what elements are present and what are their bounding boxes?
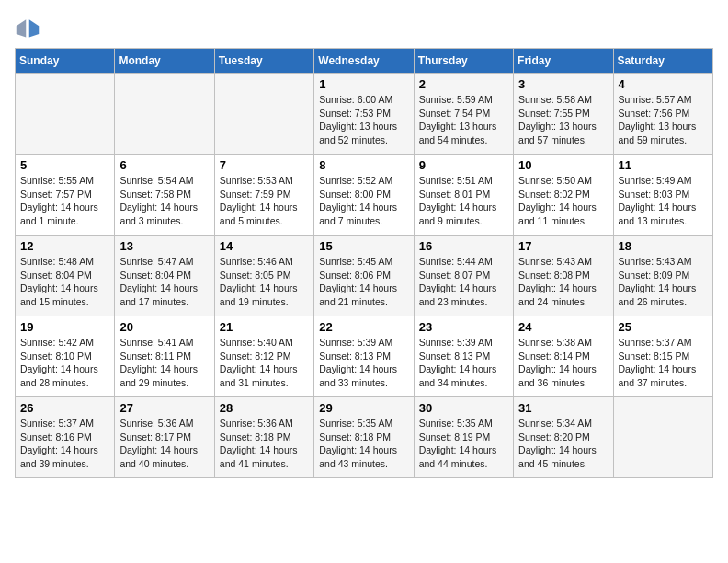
page-header xyxy=(15,15,713,40)
day-info: Sunrise: 5:50 AMSunset: 8:02 PMDaylight:… xyxy=(518,174,608,228)
day-info: Sunrise: 5:43 AMSunset: 8:09 PMDaylight:… xyxy=(619,255,708,309)
col-header-friday: Friday xyxy=(514,49,613,74)
day-number: 2 xyxy=(419,77,508,91)
day-number: 7 xyxy=(220,158,309,172)
day-cell: 21Sunrise: 5:40 AMSunset: 8:12 PMDayligh… xyxy=(214,316,313,397)
col-header-wednesday: Wednesday xyxy=(314,49,414,74)
day-cell: 4Sunrise: 5:57 AMSunset: 7:56 PMDaylight… xyxy=(613,74,712,155)
day-cell xyxy=(16,74,115,155)
day-info: Sunrise: 5:54 AMSunset: 7:58 PMDaylight:… xyxy=(119,174,209,228)
day-info: Sunrise: 5:44 AMSunset: 8:07 PMDaylight:… xyxy=(419,255,508,309)
header-row: SundayMondayTuesdayWednesdayThursdayFrid… xyxy=(16,49,713,74)
day-cell: 7Sunrise: 5:53 AMSunset: 7:59 PMDaylight… xyxy=(214,155,313,236)
day-info: Sunrise: 5:38 AMSunset: 8:14 PMDaylight:… xyxy=(518,336,608,390)
day-info: Sunrise: 5:59 AMSunset: 7:54 PMDaylight:… xyxy=(419,93,508,147)
day-number: 31 xyxy=(518,401,608,415)
day-cell: 30Sunrise: 5:35 AMSunset: 8:19 PMDayligh… xyxy=(414,397,513,478)
day-info: Sunrise: 5:45 AMSunset: 8:06 PMDaylight:… xyxy=(319,255,408,309)
day-number: 9 xyxy=(419,158,508,172)
day-cell: 20Sunrise: 5:41 AMSunset: 8:11 PMDayligh… xyxy=(115,316,214,397)
day-info: Sunrise: 5:42 AMSunset: 8:10 PMDaylight:… xyxy=(20,336,109,390)
day-info: Sunrise: 5:35 AMSunset: 8:18 PMDaylight:… xyxy=(319,417,408,471)
day-number: 25 xyxy=(619,320,708,334)
col-header-thursday: Thursday xyxy=(414,49,513,74)
day-number: 17 xyxy=(518,239,608,253)
logo-icon xyxy=(15,15,40,40)
day-cell: 29Sunrise: 5:35 AMSunset: 8:18 PMDayligh… xyxy=(314,397,414,478)
day-number: 15 xyxy=(319,239,408,253)
day-cell: 15Sunrise: 5:45 AMSunset: 8:06 PMDayligh… xyxy=(314,236,414,316)
week-row-5: 26Sunrise: 5:37 AMSunset: 8:16 PMDayligh… xyxy=(16,397,713,478)
day-info: Sunrise: 5:39 AMSunset: 8:13 PMDaylight:… xyxy=(419,336,508,390)
day-number: 4 xyxy=(619,77,708,91)
col-header-saturday: Saturday xyxy=(613,49,712,74)
day-number: 8 xyxy=(319,158,408,172)
day-number: 10 xyxy=(518,158,608,172)
day-info: Sunrise: 5:49 AMSunset: 8:03 PMDaylight:… xyxy=(619,174,708,228)
day-cell: 11Sunrise: 5:49 AMSunset: 8:03 PMDayligh… xyxy=(613,155,712,236)
day-cell: 1Sunrise: 6:00 AMSunset: 7:53 PMDaylight… xyxy=(314,74,414,155)
day-number: 22 xyxy=(319,320,408,334)
week-row-4: 19Sunrise: 5:42 AMSunset: 8:10 PMDayligh… xyxy=(16,316,713,397)
day-cell: 31Sunrise: 5:34 AMSunset: 8:20 PMDayligh… xyxy=(514,397,613,478)
day-info: Sunrise: 5:55 AMSunset: 7:57 PMDaylight:… xyxy=(20,174,109,228)
day-cell: 3Sunrise: 5:58 AMSunset: 7:55 PMDaylight… xyxy=(514,74,613,155)
day-info: Sunrise: 5:37 AMSunset: 8:15 PMDaylight:… xyxy=(619,336,708,390)
day-info: Sunrise: 5:39 AMSunset: 8:13 PMDaylight:… xyxy=(319,336,408,390)
calendar-table: SundayMondayTuesdayWednesdayThursdayFrid… xyxy=(15,48,713,478)
day-info: Sunrise: 5:46 AMSunset: 8:05 PMDaylight:… xyxy=(220,255,309,309)
day-number: 16 xyxy=(419,239,508,253)
day-number: 14 xyxy=(220,239,309,253)
day-info: Sunrise: 5:57 AMSunset: 7:56 PMDaylight:… xyxy=(619,93,708,147)
day-info: Sunrise: 5:36 AMSunset: 8:18 PMDaylight:… xyxy=(220,417,309,471)
day-cell: 19Sunrise: 5:42 AMSunset: 8:10 PMDayligh… xyxy=(16,316,115,397)
logo xyxy=(15,15,44,40)
day-number: 21 xyxy=(220,320,309,334)
day-info: Sunrise: 5:36 AMSunset: 8:17 PMDaylight:… xyxy=(119,417,209,471)
day-number: 27 xyxy=(119,401,209,415)
week-row-3: 12Sunrise: 5:48 AMSunset: 8:04 PMDayligh… xyxy=(16,236,713,316)
day-number: 1 xyxy=(319,77,408,91)
week-row-1: 1Sunrise: 6:00 AMSunset: 7:53 PMDaylight… xyxy=(16,74,713,155)
day-info: Sunrise: 5:34 AMSunset: 8:20 PMDaylight:… xyxy=(518,417,608,471)
day-cell: 17Sunrise: 5:43 AMSunset: 8:08 PMDayligh… xyxy=(514,236,613,316)
week-row-2: 5Sunrise: 5:55 AMSunset: 7:57 PMDaylight… xyxy=(16,155,713,236)
day-info: Sunrise: 5:37 AMSunset: 8:16 PMDaylight:… xyxy=(20,417,109,471)
day-number: 6 xyxy=(119,158,209,172)
day-number: 18 xyxy=(619,239,708,253)
day-cell: 13Sunrise: 5:47 AMSunset: 8:04 PMDayligh… xyxy=(115,236,214,316)
day-number: 13 xyxy=(119,239,209,253)
day-cell: 8Sunrise: 5:52 AMSunset: 8:00 PMDaylight… xyxy=(314,155,414,236)
day-number: 5 xyxy=(20,158,109,172)
day-info: Sunrise: 5:43 AMSunset: 8:08 PMDaylight:… xyxy=(518,255,608,309)
day-cell: 10Sunrise: 5:50 AMSunset: 8:02 PMDayligh… xyxy=(514,155,613,236)
day-info: Sunrise: 5:47 AMSunset: 8:04 PMDaylight:… xyxy=(119,255,209,309)
day-number: 26 xyxy=(20,401,109,415)
day-info: Sunrise: 5:52 AMSunset: 8:00 PMDaylight:… xyxy=(319,174,408,228)
day-number: 23 xyxy=(419,320,508,334)
day-cell xyxy=(214,74,313,155)
day-cell: 6Sunrise: 5:54 AMSunset: 7:58 PMDaylight… xyxy=(115,155,214,236)
day-cell: 12Sunrise: 5:48 AMSunset: 8:04 PMDayligh… xyxy=(16,236,115,316)
day-info: Sunrise: 5:51 AMSunset: 8:01 PMDaylight:… xyxy=(419,174,508,228)
col-header-tuesday: Tuesday xyxy=(214,49,313,74)
day-cell: 26Sunrise: 5:37 AMSunset: 8:16 PMDayligh… xyxy=(16,397,115,478)
day-cell: 28Sunrise: 5:36 AMSunset: 8:18 PMDayligh… xyxy=(214,397,313,478)
day-number: 24 xyxy=(518,320,608,334)
day-info: Sunrise: 5:53 AMSunset: 7:59 PMDaylight:… xyxy=(220,174,309,228)
day-cell: 5Sunrise: 5:55 AMSunset: 7:57 PMDaylight… xyxy=(16,155,115,236)
day-info: Sunrise: 5:40 AMSunset: 8:12 PMDaylight:… xyxy=(220,336,309,390)
day-cell: 9Sunrise: 5:51 AMSunset: 8:01 PMDaylight… xyxy=(414,155,513,236)
day-number: 28 xyxy=(220,401,309,415)
day-info: Sunrise: 5:58 AMSunset: 7:55 PMDaylight:… xyxy=(518,93,608,147)
day-number: 29 xyxy=(319,401,408,415)
day-cell: 14Sunrise: 5:46 AMSunset: 8:05 PMDayligh… xyxy=(214,236,313,316)
day-number: 19 xyxy=(20,320,109,334)
day-number: 3 xyxy=(518,77,608,91)
col-header-monday: Monday xyxy=(115,49,214,74)
day-info: Sunrise: 5:48 AMSunset: 8:04 PMDaylight:… xyxy=(20,255,109,309)
day-cell: 22Sunrise: 5:39 AMSunset: 8:13 PMDayligh… xyxy=(314,316,414,397)
day-cell: 18Sunrise: 5:43 AMSunset: 8:09 PMDayligh… xyxy=(613,236,712,316)
day-cell: 2Sunrise: 5:59 AMSunset: 7:54 PMDaylight… xyxy=(414,74,513,155)
day-cell xyxy=(613,397,712,478)
